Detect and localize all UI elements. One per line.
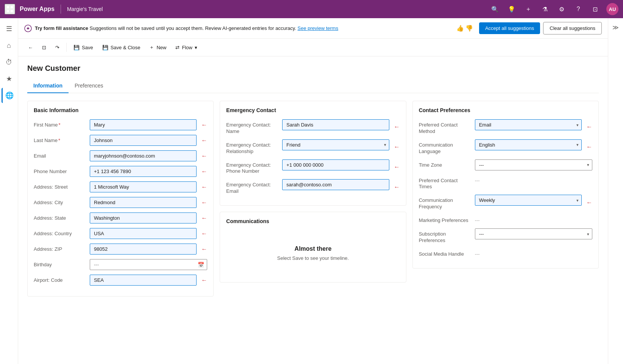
remote-nav-button[interactable]: ⊡: [590, 4, 600, 14]
country-input[interactable]: [90, 228, 197, 239]
save-close-button[interactable]: 💾 Save & Close: [98, 42, 144, 53]
field-row-comm-freq: Communication Frequency Weekly Daily Mon…: [419, 195, 592, 210]
thumbs-down-button[interactable]: 👎: [465, 25, 473, 32]
ec-rel-select[interactable]: Friend Family Colleague: [282, 139, 389, 150]
airport-input[interactable]: [90, 275, 197, 286]
street-input[interactable]: [90, 181, 197, 192]
sidebar-home-button[interactable]: ⌂: [2, 38, 17, 53]
birthday-input-wrap: 📅: [90, 259, 207, 270]
birthday-input[interactable]: [90, 259, 207, 270]
restore-button[interactable]: ⊡: [38, 42, 50, 53]
comm-lang-label: Communication Language: [419, 139, 472, 155]
ec-email-wrap: [282, 179, 389, 190]
first-name-input-wrap: [90, 119, 197, 130]
banner-description: Suggestions will not be saved until you …: [90, 25, 298, 31]
field-row-zip: Address: ZIP ←: [34, 244, 207, 255]
communications-section: Communications Almost there Select Save …: [220, 212, 406, 283]
field-row-email: Email ←: [34, 150, 207, 161]
marketing-label: Marketing Preferences: [419, 215, 472, 224]
ai-arrow-pref-method: ←: [586, 123, 592, 130]
filter-nav-button[interactable]: ⚗: [540, 4, 550, 14]
tab-information[interactable]: Information: [27, 79, 69, 93]
forward-button[interactable]: ↷: [52, 42, 63, 53]
thumbs-up-button[interactable]: 👍: [456, 25, 464, 32]
new-button[interactable]: ＋ New: [145, 42, 170, 53]
city-input[interactable]: [90, 197, 197, 208]
field-row-phone: Phone Number ←: [34, 166, 207, 177]
ec-rel-label: Emergency Contact: Relationship: [226, 139, 279, 155]
zip-input[interactable]: [90, 244, 197, 255]
field-row-marketing: Marketing Preferences ---: [419, 215, 592, 224]
back-button[interactable]: ←: [24, 42, 37, 53]
ai-arrow-ec-rel: ←: [394, 144, 400, 150]
zip-input-wrap: [90, 244, 197, 255]
toolbar: ← ⊡ ↷ 💾 Save 💾 Save & Close ＋ New ⇄: [18, 39, 608, 56]
side-rail: ☰ ⌂ ⏱ ★ 🌐: [0, 18, 18, 364]
timezone-select[interactable]: ---: [475, 159, 592, 170]
comm-freq-select[interactable]: Weekly Daily Monthly: [475, 195, 582, 206]
basic-info-section: Basic Information First Name* ← Last Nam…: [27, 101, 214, 297]
ec-name-input[interactable]: [282, 119, 389, 130]
flow-chevron-icon: ▾: [195, 45, 197, 50]
svg-point-5: [27, 28, 29, 29]
almost-there-text: Almost there: [295, 245, 332, 252]
phone-input[interactable]: [90, 166, 197, 177]
comm-freq-select-wrap: Weekly Daily Monthly ▾: [475, 195, 582, 206]
sidebar-favorites-button[interactable]: ★: [2, 71, 17, 86]
field-row-country: Address: Country ←: [34, 228, 207, 239]
restore-icon: ⊡: [42, 45, 46, 50]
sidebar-recent-button[interactable]: ⏱: [2, 55, 17, 70]
sidebar-menu-button[interactable]: ☰: [2, 21, 17, 36]
main-layout: ☰ ⌂ ⏱ ★ 🌐 Try form fill assistance Sugge…: [0, 18, 623, 364]
ec-email-label: Emergency Contact: Email: [226, 179, 279, 195]
svg-rect-0: [7, 6, 9, 8]
lightbulb-button[interactable]: 💡: [506, 4, 517, 14]
subscription-select[interactable]: ---: [475, 228, 592, 239]
email-input[interactable]: [90, 150, 197, 161]
ai-arrow-state: ←: [201, 215, 207, 222]
last-name-input-wrap: [90, 135, 197, 146]
add-nav-button[interactable]: ＋: [523, 4, 534, 14]
state-input[interactable]: [90, 212, 197, 223]
accept-all-button[interactable]: Accept all suggestions: [479, 22, 540, 34]
ai-arrow-street: ←: [201, 184, 207, 191]
grid-menu-button[interactable]: [5, 4, 15, 14]
preview-terms-link[interactable]: See preview terms: [297, 25, 338, 31]
last-name-input[interactable]: [90, 135, 197, 146]
first-name-input[interactable]: [90, 119, 197, 130]
ai-arrow-comm-lang: ←: [586, 144, 592, 150]
settings-nav-button[interactable]: ⚙: [556, 4, 567, 14]
field-row-birthday: Birthday 📅: [34, 259, 207, 270]
field-row-street: Address: Street ←: [34, 181, 207, 192]
contact-pref-title: Contact Preferences: [419, 107, 592, 113]
last-name-label: Last Name*: [34, 135, 87, 144]
comm-lang-select[interactable]: English Spanish French: [475, 139, 582, 150]
flow-button[interactable]: ⇄ Flow ▾: [172, 42, 201, 53]
phone-input-wrap: [90, 166, 197, 177]
flow-icon: ⇄: [175, 45, 180, 50]
email-input-wrap: [90, 150, 197, 161]
field-row-pref-times: Preferred Contact Times ---: [419, 175, 592, 191]
tabs: Information Preferences: [27, 79, 599, 93]
app-name: Power Apps: [20, 6, 55, 12]
timezone-label: Time Zone: [419, 159, 472, 169]
form-grid: Basic Information First Name* ← Last Nam…: [27, 101, 599, 297]
save-label: Save: [82, 45, 93, 50]
svg-rect-1: [11, 6, 13, 8]
save-button[interactable]: 💾 Save: [70, 42, 97, 53]
comm-freq-label: Communication Frequency: [419, 195, 472, 210]
right-panel-button[interactable]: ≫: [610, 21, 622, 33]
pref-method-select[interactable]: Email Phone SMS: [475, 119, 582, 130]
nav-separator: [61, 5, 61, 14]
ec-email-input[interactable]: [282, 179, 389, 190]
clear-all-button[interactable]: Clear all suggestions: [543, 22, 602, 34]
back-icon: ←: [28, 45, 33, 50]
tab-preferences[interactable]: Preferences: [69, 79, 109, 93]
search-nav-button[interactable]: 🔍: [490, 4, 500, 14]
help-nav-button[interactable]: ?: [573, 4, 584, 14]
avatar[interactable]: AU: [606, 3, 618, 15]
sidebar-globe-button[interactable]: 🌐: [2, 88, 17, 103]
ec-phone-input[interactable]: [282, 159, 389, 170]
field-row-state: Address: State ←: [34, 212, 207, 223]
form-area: New Customer Information Preferences Bas…: [18, 56, 608, 364]
